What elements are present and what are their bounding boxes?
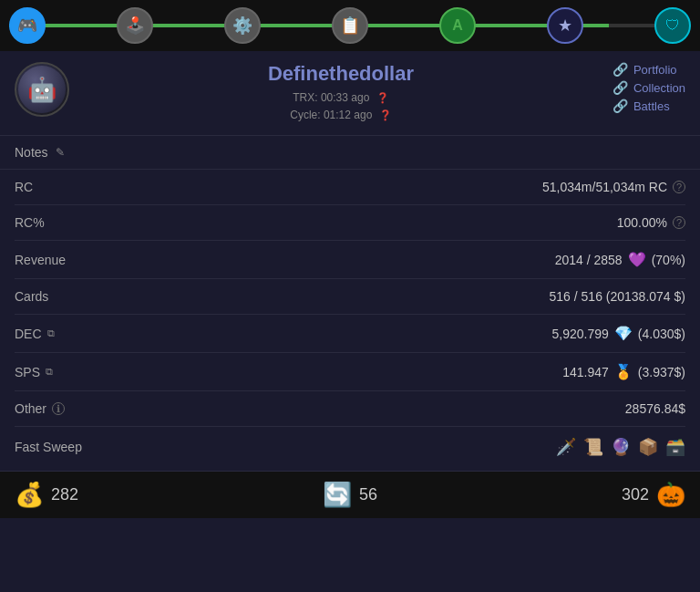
other-info-icon[interactable]: ℹ [52, 402, 65, 415]
dec-copy-icon[interactable]: ⧉ [47, 327, 55, 339]
trx-help-icon[interactable]: ❓ [376, 92, 389, 103]
cards-text: 516 / 516 (20138.074 $) [550, 289, 685, 304]
bottom-bar: 💰 282 🔄 56 302 🎃 [0, 471, 700, 518]
rc-label: RC [15, 180, 33, 194]
fast-sweep-icons: 🗡️ 📜 🔮 📦 🗃️ [556, 437, 685, 457]
fast-sweep-row: Fast Sweep 🗡️ 📜 🔮 📦 🗃️ [15, 427, 685, 467]
battles-label: Battles [633, 99, 670, 113]
dec-value: 5,920.799 💎 (4.030$) [552, 325, 685, 342]
center-count: 56 [359, 485, 377, 504]
other-value: 28576.84$ [625, 401, 685, 416]
sps-gem-icon: 🏅 [614, 363, 633, 380]
rc-text: 51,034m/51,034m RC [542, 180, 667, 194]
avatar-inner: 🤖 [18, 66, 66, 113]
cycle-help-icon[interactable]: ❓ [379, 109, 392, 120]
portfolio-link-icon: 🔗 [612, 62, 628, 77]
controller-icon[interactable]: 🕹️ [117, 7, 153, 44]
avatar: 🤖 [15, 62, 69, 117]
settings-icon[interactable]: ⚙️ [224, 7, 261, 44]
sps-value: 141.947 🏅 (3.937$) [562, 363, 685, 380]
dec-gem-icon: 💎 [614, 325, 633, 342]
profile-cycle: Cycle: 01:12 ago ❓ [84, 107, 598, 124]
other-amount: 28576.84$ [625, 401, 685, 416]
revenue-value: 2014 / 2858 💜 (70%) [555, 251, 685, 268]
bottom-left: 💰 282 [15, 481, 78, 509]
character-icon[interactable]: A [439, 7, 476, 44]
profile-links: 🔗 Portfolio 🔗 Collection 🔗 Battles [612, 62, 685, 113]
battles-link[interactable]: 🔗 Battles [612, 99, 670, 113]
sps-amount: 141.947 [562, 365, 609, 379]
right-pumpkin-icon: 🎃 [656, 481, 685, 509]
bottom-center: 🔄 56 [323, 481, 377, 509]
collection-link[interactable]: 🔗 Collection [612, 80, 685, 95]
revenue-text: 2014 / 2858 [555, 253, 623, 267]
bottom-right: 302 🎃 [622, 481, 685, 509]
gamepad-icon[interactable]: 🎮 [9, 7, 46, 44]
profile-trx: TRX: 00:33 ago ❓ [84, 89, 598, 107]
rc-pct-info-icon[interactable]: ? [673, 216, 685, 229]
revenue-label: Revenue [15, 253, 66, 267]
revenue-pct: (70%) [652, 253, 685, 267]
other-row: Other ℹ 28576.84$ [15, 391, 685, 427]
rc-pct-text: 100.00% [617, 215, 667, 230]
sweep-magic-icon[interactable]: 🔮 [611, 437, 631, 457]
notes-edit-icon[interactable]: ✎ [56, 146, 65, 159]
left-count: 282 [51, 485, 78, 504]
document-icon[interactable]: 📋 [332, 7, 368, 44]
profile-section: 🤖 Definethedollar TRX: 00:33 ago ❓ Cycle… [0, 51, 700, 136]
notes-section: Notes ✎ [0, 136, 700, 170]
rc-pct-value: 100.00% ? [617, 215, 685, 230]
cards-row: Cards 516 / 516 (20138.074 $) [15, 279, 685, 315]
rc-row: RC 51,034m/51,034m RC ? [15, 170, 685, 205]
left-bag-icon: 💰 [15, 481, 44, 509]
revenue-gem-icon: 💜 [628, 251, 646, 268]
profile-center: Definethedollar TRX: 00:33 ago ❓ Cycle: … [84, 62, 598, 124]
sweep-cards-icon[interactable]: 🗃️ [665, 437, 685, 457]
rc-value: 51,034m/51,034m RC ? [542, 180, 685, 194]
fast-sweep-label: Fast Sweep [15, 440, 82, 454]
right-count: 302 [622, 485, 649, 504]
other-label: Other ℹ [15, 401, 65, 416]
shield-icon[interactable]: 🛡 [654, 7, 691, 44]
dec-amount: 5,920.799 [552, 327, 609, 341]
dec-usd: (4.030$) [638, 327, 685, 341]
sps-usd: (3.937$) [638, 365, 685, 379]
rc-pct-label: RC% [15, 215, 45, 230]
stats-section: RC 51,034m/51,034m RC ? RC% 100.00% ? Re… [0, 170, 700, 467]
trx-label: TRX: 00:33 ago [293, 91, 369, 104]
revenue-row: Revenue 2014 / 2858 💜 (70%) [15, 241, 685, 279]
nav-icons-container: 🎮 🕹️ ⚙️ 📋 A ★ 🛡 [9, 7, 691, 44]
spin-icon[interactable]: 🔄 [323, 481, 352, 509]
profile-name: Definethedollar [84, 62, 598, 86]
collection-link-icon: 🔗 [612, 80, 628, 95]
dec-label: DEC ⧉ [15, 327, 55, 341]
sps-label: SPS ⧉ [15, 365, 53, 379]
portfolio-link[interactable]: 🔗 Portfolio [612, 62, 677, 77]
dec-row: DEC ⧉ 5,920.799 💎 (4.030$) [15, 315, 685, 353]
sps-copy-icon[interactable]: ⧉ [46, 366, 53, 378]
star-icon[interactable]: ★ [547, 7, 583, 44]
sweep-scroll-icon[interactable]: 📜 [583, 437, 603, 457]
sweep-chest-icon[interactable]: 📦 [638, 437, 658, 457]
portfolio-label: Portfolio [633, 63, 677, 77]
top-navigation: 🎮 🕹️ ⚙️ 📋 A ★ 🛡 [0, 0, 700, 51]
sps-row: SPS ⧉ 141.947 🏅 (3.937$) [15, 353, 685, 391]
cycle-label: Cycle: 01:12 ago [290, 109, 372, 121]
rc-info-icon[interactable]: ? [673, 181, 685, 193]
cards-value: 516 / 516 (20138.074 $) [550, 289, 685, 304]
notes-label: Notes [15, 145, 48, 160]
collection-label: Collection [633, 81, 685, 95]
rc-pct-row: RC% 100.00% ? [15, 205, 685, 241]
cards-label: Cards [15, 289, 48, 304]
sweep-sword-icon[interactable]: 🗡️ [556, 437, 576, 457]
battles-link-icon: 🔗 [612, 99, 628, 113]
